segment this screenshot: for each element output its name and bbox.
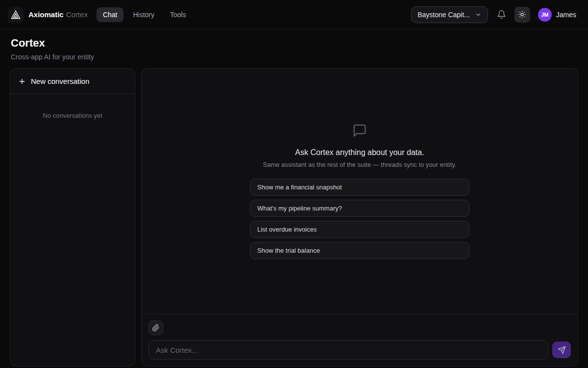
paperclip-icon — [152, 324, 160, 332]
attach-file-button[interactable] — [148, 320, 163, 335]
primary-nav: Chat History Tools — [97, 7, 193, 22]
sidebar-header: New conversation — [10, 69, 135, 94]
paper-plane-icon — [558, 346, 566, 354]
nav-tab-history[interactable]: History — [126, 7, 161, 22]
suggestion-list: Show me a financial snapshot What's my p… — [250, 179, 469, 259]
top-navbar: AxiomaticCortex Chat History Tools Bayst… — [0, 0, 588, 29]
plus-icon — [18, 78, 26, 85]
brand-suffix: Cortex — [66, 10, 88, 19]
chevron-down-icon — [475, 11, 482, 18]
sun-icon — [518, 10, 526, 19]
user-name-label: James — [556, 11, 576, 19]
content-area: New conversation No conversations yet As… — [10, 68, 578, 367]
entity-selector-value: Baystone Capit... — [417, 11, 470, 19]
brand-primary: Axiomatic — [28, 10, 64, 19]
suggestion-button-overdue-invoices[interactable]: List overdue invoices — [250, 221, 469, 238]
brand-name: AxiomaticCortex — [28, 10, 88, 19]
entity-selector-dropdown[interactable]: Baystone Capit... — [411, 6, 488, 23]
message-composer — [142, 314, 578, 366]
chat-panel: Ask Cortex anything about your data. Sam… — [141, 68, 578, 367]
conversations-sidebar: New conversation No conversations yet — [10, 68, 135, 367]
empty-state-title: Ask Cortex anything about your data. — [295, 148, 424, 157]
chat-empty-state: Ask Cortex anything about your data. Sam… — [142, 69, 578, 314]
app-logo — [8, 7, 24, 23]
notifications-button[interactable] — [496, 9, 508, 21]
suggestion-button-trial-balance[interactable]: Show the trial balance — [250, 242, 469, 259]
suggestion-button-financial-snapshot[interactable]: Show me a financial snapshot — [250, 179, 469, 196]
empty-state-subtitle: Same assistant as the rest of the suite … — [263, 161, 456, 168]
page-subtitle: Cross-app AI for your entity — [11, 53, 577, 61]
page-title: Cortex — [11, 37, 577, 50]
triangle-logo-icon — [10, 9, 21, 20]
nav-tab-tools[interactable]: Tools — [164, 7, 193, 22]
navbar-right: Baystone Capit... — [411, 6, 576, 23]
chat-message-input[interactable] — [148, 340, 548, 360]
new-conversation-button[interactable]: New conversation — [18, 77, 89, 85]
nav-tab-chat[interactable]: Chat — [97, 7, 124, 22]
suggestion-button-pipeline-summary[interactable]: What's my pipeline summary? — [250, 200, 469, 217]
user-avatar[interactable]: JM — [538, 8, 552, 22]
composer-input-row — [148, 340, 571, 360]
theme-toggle-button[interactable] — [514, 7, 530, 23]
page-header: Cortex Cross-app AI for your entity — [0, 29, 588, 61]
bell-icon — [497, 10, 506, 19]
sidebar-empty-state: No conversations yet — [10, 112, 135, 119]
message-square-icon — [352, 123, 367, 138]
new-conversation-label: New conversation — [31, 77, 89, 85]
send-message-button[interactable] — [552, 342, 571, 358]
